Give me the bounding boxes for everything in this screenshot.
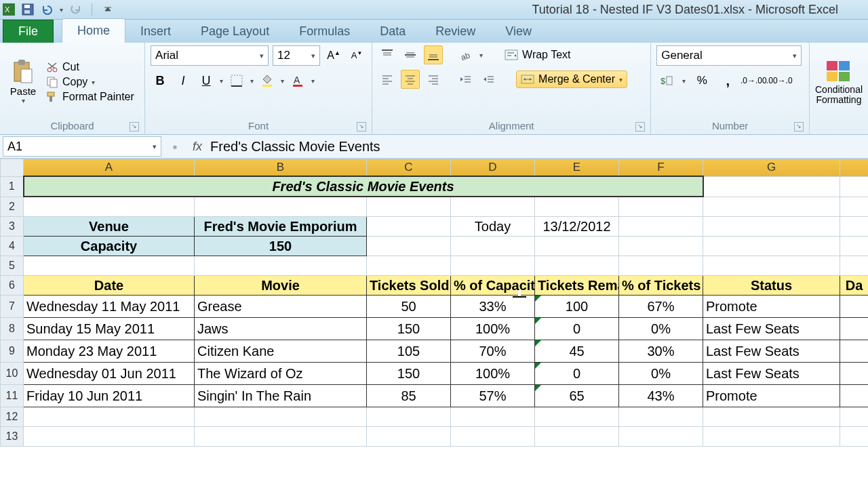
cell[interactable] xyxy=(367,217,451,237)
cell-pct-sell[interactable]: 67% xyxy=(619,296,703,318)
cell-sold[interactable]: 105 xyxy=(367,340,451,363)
font-name-combo[interactable]: Arial ▾ xyxy=(151,45,269,66)
cell[interactable] xyxy=(619,407,703,427)
cell-date[interactable]: Sunday 15 May 2011 xyxy=(24,318,195,340)
cell[interactable] xyxy=(840,427,869,447)
cell-remain[interactable]: 45 xyxy=(535,340,619,363)
cell[interactable] xyxy=(367,256,451,276)
cell-pct-cap[interactable]: 57% xyxy=(451,385,535,407)
cell[interactable] xyxy=(840,217,869,237)
bold-button[interactable]: B xyxy=(151,71,170,90)
align-top-button[interactable] xyxy=(378,45,397,64)
cell-today-label[interactable]: Today xyxy=(451,217,535,237)
hdr-movie[interactable]: Movie xyxy=(195,276,367,296)
conditional-formatting-button[interactable]: Conditional Formatting xyxy=(815,59,863,106)
cell[interactable] xyxy=(703,197,840,217)
cell-date[interactable]: Friday 10 Jun 2011 xyxy=(24,385,195,407)
worksheet-grid[interactable]: A B C D E F G 1 Fred's Classic Movie Eve… xyxy=(0,159,868,447)
number-format-combo[interactable]: General ▾ xyxy=(656,45,802,66)
borders-button[interactable] xyxy=(227,71,246,90)
clipboard-launcher-icon[interactable]: ↘ xyxy=(130,122,139,131)
cell[interactable] xyxy=(451,197,535,217)
cell[interactable] xyxy=(451,427,535,447)
copy-caret-icon[interactable]: ▾ xyxy=(92,79,95,86)
cell-movie[interactable]: The Wizard of Oz xyxy=(195,363,367,385)
cell-sold[interactable]: 150 xyxy=(367,318,451,340)
cell-movie[interactable]: Jaws xyxy=(195,318,367,340)
align-right-button[interactable] xyxy=(424,70,443,89)
cell[interactable] xyxy=(24,197,195,217)
cell-capacity-label[interactable]: Capacity xyxy=(24,237,195,256)
cell-remain[interactable]: 0 xyxy=(535,318,619,340)
cell[interactable] xyxy=(619,217,703,237)
cell-venue-value[interactable]: Fred's Movie Emporium xyxy=(195,217,367,237)
cell-sold[interactable]: 85 xyxy=(367,385,451,407)
align-center-button[interactable] xyxy=(401,70,420,89)
cell[interactable] xyxy=(451,237,535,256)
hdr-pct-cap[interactable]: % of Capacity Sold xyxy=(451,276,535,296)
cell-pct-cap[interactable]: 33% xyxy=(451,296,535,318)
cell[interactable] xyxy=(840,197,869,217)
align-bottom-button[interactable] xyxy=(424,45,443,64)
tab-view[interactable]: View xyxy=(490,20,547,43)
percent-button[interactable]: % xyxy=(692,71,711,90)
hdr-sold[interactable]: Tickets Sold xyxy=(367,276,451,296)
file-tab[interactable]: File xyxy=(3,20,54,43)
cell[interactable] xyxy=(195,197,367,217)
cell[interactable] xyxy=(535,407,619,427)
font-launcher-icon[interactable]: ↘ xyxy=(357,122,366,131)
cell-sold[interactable]: 150 xyxy=(367,363,451,385)
cell-movie[interactable]: Citizen Kane xyxy=(195,340,367,363)
cell[interactable] xyxy=(535,237,619,256)
italic-button[interactable]: I xyxy=(174,71,193,90)
orientation-caret-icon[interactable]: ▾ xyxy=(479,52,483,59)
row-header[interactable]: 2 xyxy=(1,197,24,217)
fx-icon[interactable]: fx xyxy=(189,140,206,154)
cell[interactable] xyxy=(703,407,840,427)
cell[interactable] xyxy=(840,340,869,363)
cell[interactable] xyxy=(619,427,703,447)
row-header[interactable]: 10 xyxy=(1,363,24,385)
cell-movie[interactable]: Grease xyxy=(195,296,367,318)
cell[interactable] xyxy=(703,237,840,256)
undo-icon[interactable] xyxy=(41,3,53,16)
align-left-button[interactable] xyxy=(378,70,397,89)
cell[interactable] xyxy=(703,256,840,276)
cell[interactable] xyxy=(840,407,869,427)
cell-date[interactable]: Monday 23 May 2011 xyxy=(24,340,195,363)
cell[interactable] xyxy=(840,237,869,256)
increase-indent-button[interactable] xyxy=(479,70,498,89)
orientation-button[interactable]: ab xyxy=(456,45,475,64)
cell[interactable] xyxy=(195,407,367,427)
cell[interactable] xyxy=(24,427,195,447)
cell[interactable] xyxy=(703,176,840,197)
borders-caret-icon[interactable]: ▾ xyxy=(250,77,254,85)
cut-button[interactable]: Cut xyxy=(46,61,134,73)
row-header[interactable]: 3 xyxy=(1,217,24,237)
cell-title[interactable]: Fred's Classic Movie Events xyxy=(24,176,703,197)
hdr-extra[interactable]: Da xyxy=(840,276,869,296)
row-header[interactable]: 13 xyxy=(1,427,24,447)
cell[interactable] xyxy=(451,407,535,427)
tab-formulas[interactable]: Formulas xyxy=(284,20,365,43)
cell[interactable] xyxy=(703,217,840,237)
cell[interactable] xyxy=(195,427,367,447)
cell[interactable] xyxy=(840,363,869,385)
cell-date[interactable]: Wednesday 01 Jun 2011 xyxy=(24,363,195,385)
cell-pct-sell[interactable]: 0% xyxy=(619,363,703,385)
fill-caret-icon[interactable]: ▾ xyxy=(281,77,284,85)
format-painter-button[interactable]: Format Painter xyxy=(46,91,134,103)
row-header[interactable]: 11 xyxy=(1,385,24,407)
formula-bar[interactable]: Fred's Classic Movie Events xyxy=(206,139,380,155)
save-icon[interactable] xyxy=(22,3,34,16)
cell-today-value[interactable]: 13/12/2012 xyxy=(535,217,619,237)
cell[interactable] xyxy=(195,256,367,276)
row-header[interactable]: 12 xyxy=(1,407,24,427)
col-header-B[interactable]: B xyxy=(195,159,367,177)
cell[interactable] xyxy=(619,197,703,217)
accounting-caret-icon[interactable]: ▾ xyxy=(682,77,686,85)
undo-caret-icon[interactable]: ▾ xyxy=(60,6,63,14)
col-header-E[interactable]: E xyxy=(535,159,619,177)
cell[interactable] xyxy=(24,407,195,427)
cell[interactable] xyxy=(535,427,619,447)
